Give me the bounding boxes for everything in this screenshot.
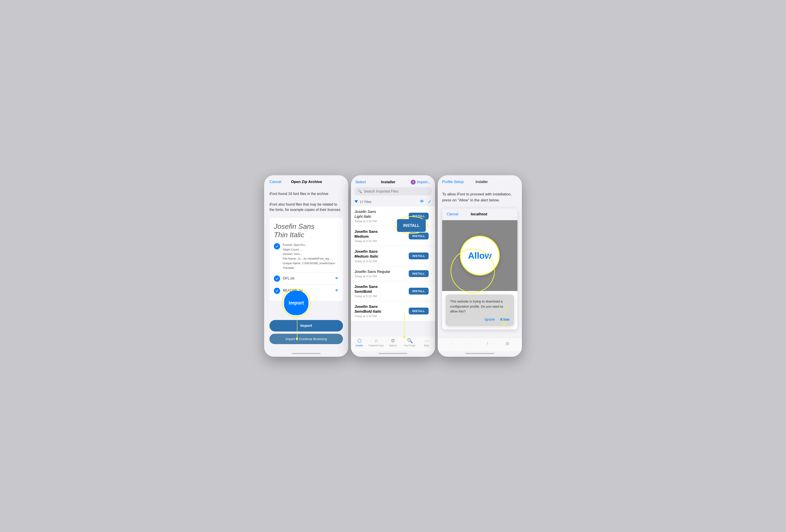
connector-line1 <box>297 317 297 339</box>
forward-button[interactable]: › <box>468 341 470 346</box>
back-button[interactable]: ‹ <box>450 341 452 346</box>
tab-options-label: Options <box>389 344 397 347</box>
chevron-icon-3: › <box>431 271 432 275</box>
import-button[interactable]: Import <box>270 320 343 332</box>
browser-nav: ‹ › ↑ ◎ <box>438 338 522 351</box>
screen2-title: Installer <box>381 180 395 184</box>
screen3-description: To allow iFont to proceed with installat… <box>442 191 517 203</box>
dialog-header: Cancel localhost <box>442 209 517 220</box>
chevron-icon-0: › <box>431 214 432 218</box>
file-item-ofl: OFL.txt 👁 <box>274 272 339 284</box>
files-info-row: 17 Files 👁 ✓ <box>351 197 435 206</box>
font-date-1: Today at 5:32 PM <box>354 239 409 243</box>
font-name-semibold-italic: Josefin SansSemiBold Italic <box>354 304 409 314</box>
collapse-icon[interactable] <box>354 200 358 203</box>
description2: iFont also found files that may be relat… <box>270 202 343 213</box>
cancel-button[interactable]: Cancel <box>270 180 281 184</box>
font-row-medium-italic[interactable]: Josefin SansMedium Italic Today at 5:32 … <box>351 246 435 266</box>
dialog-domain: localhost <box>471 212 487 216</box>
install-button-1[interactable]: INSTALL <box>409 233 429 239</box>
file-name-ofl: OFL.txt <box>283 276 294 281</box>
check-icon-readme <box>274 288 280 294</box>
install-button-4[interactable]: INSTALL <box>409 288 429 294</box>
screen1-footer: Import Import & Continue Browsing <box>264 317 348 351</box>
search-input[interactable] <box>364 189 429 193</box>
import-continue-button[interactable]: Import & Continue Browsing <box>270 334 343 344</box>
allow-button[interactable]: Allow <box>500 318 509 321</box>
screen1-zip-archive: Cancel Open Zip Archive iFont found 16 f… <box>264 175 348 357</box>
chevron-icon-4: › <box>431 289 432 293</box>
screen3-profile-setup: Profile Setup Installer To allow iFont t… <box>438 175 522 357</box>
font-meta-text: Format: OpenTru... Glyph Count: ... Vers… <box>283 243 339 270</box>
chevron-icon-5: › <box>431 309 432 313</box>
dialog-content: Allow <box>442 220 517 291</box>
home-indicator-2 <box>378 353 408 354</box>
screen1-body: iFont found 16 font files in the archive… <box>264 188 348 317</box>
screen3-title: Installer <box>476 180 488 184</box>
font-name-regular: Josefin Sans Regular <box>354 269 409 274</box>
check-icon-ofl <box>274 275 280 282</box>
tab-featured-fonts[interactable]: ☆ Featured Fonts <box>368 338 385 347</box>
checkmark-icon-header[interactable]: ✓ <box>428 199 432 204</box>
options-icon: ⚙ <box>391 338 395 344</box>
eye-icon-header[interactable]: 👁 <box>420 199 424 204</box>
share-button[interactable]: ↑ <box>487 341 489 346</box>
screen2-installer: Select Installer ? Import... 🔍 17 Files … <box>351 175 435 357</box>
screen1-title: Open Zip Archive <box>291 180 322 184</box>
font-meta-row: Format: OpenTru... Glyph Count: ... Vers… <box>274 243 339 270</box>
font-name-light-italic: Josefin SansLight Italic <box>354 209 409 219</box>
eye-icon-ofl[interactable]: 👁 <box>335 276 339 281</box>
allow-text: Allow <box>468 251 492 261</box>
select-button[interactable]: Select <box>355 180 366 184</box>
tab-more-label: More <box>424 344 429 347</box>
font-row-regular[interactable]: Josefin Sans Regular Today at 5:32 PM IN… <box>351 266 435 281</box>
font-row-semibold[interactable]: Josefin SansSemiBold Today at 5:32 PM IN… <box>351 281 435 301</box>
home-indicator <box>292 353 321 354</box>
screen1-header: Cancel Open Zip Archive <box>264 175 348 188</box>
home-indicator-3 <box>465 353 494 354</box>
install-button-3[interactable]: INSTALL <box>409 270 429 277</box>
font-list: Josefin SansLight Italic Today at 5:32 P… <box>351 206 435 336</box>
screen3-body: To allow iFont to proceed with installat… <box>438 187 522 338</box>
tab-font-finder[interactable]: 🔍 Font Finder <box>401 338 418 347</box>
search-icon: 🔍 <box>357 189 362 193</box>
check-icon <box>274 243 280 249</box>
font-name-semibold: Josefin SansSemiBold <box>354 284 409 294</box>
font-date-2: Today at 5:32 PM <box>354 260 409 263</box>
install-button-2[interactable]: INSTALL <box>409 252 429 259</box>
more-icon: ··· <box>425 338 429 344</box>
dot3 <box>504 323 506 325</box>
tab-featured-label: Featured Fonts <box>369 344 384 347</box>
featured-fonts-icon: ☆ <box>374 338 378 344</box>
font-name-medium-italic: Josefin SansMedium Italic <box>354 249 409 259</box>
bookmark-button[interactable]: ◎ <box>506 341 509 346</box>
tab-options[interactable]: ⚙ Options <box>385 338 401 347</box>
alert-message: This website is trying to download a con… <box>450 299 509 314</box>
file-item-readme: README.txt 👁 <box>274 284 339 296</box>
font-row-light-italic[interactable]: Josefin SansLight Italic Today at 5:32 P… <box>351 206 435 226</box>
tab-installer-label: Installer <box>355 344 363 347</box>
connector-line2 <box>404 313 404 337</box>
screen3-header: Profile Setup Installer <box>438 175 522 187</box>
ignore-button[interactable]: Ignore <box>485 318 494 321</box>
description1: iFont found 16 font files in the archive <box>270 191 343 196</box>
font-preview-name: Josefin Sans Thin Italic <box>274 222 339 239</box>
profile-setup-button[interactable]: Profile Setup <box>442 180 464 184</box>
font-preview-box: Josefin Sans Thin Italic Format: OpenTru… <box>270 218 343 301</box>
install-button-0[interactable]: INSTALL <box>409 213 429 220</box>
font-date-0: Today at 5:32 PM <box>354 220 409 223</box>
tab-more[interactable]: ··· More <box>418 338 435 347</box>
alert-actions: Ignore Allow <box>450 318 509 321</box>
dialog-cancel-button[interactable]: Cancel <box>446 212 458 216</box>
font-row-semibold-italic[interactable]: Josefin SansSemiBold Italic Today at 5:3… <box>351 301 435 321</box>
font-date-4: Today at 5:32 PM <box>354 294 409 298</box>
tab-font-finder-label: Font Finder <box>404 344 415 347</box>
installer-icon: ⬡ <box>357 338 362 344</box>
file-name-readme: README.txt <box>283 289 303 293</box>
eye-icon-readme[interactable]: 👁 <box>335 289 339 293</box>
tab-installer[interactable]: ⬡ Installer <box>351 338 368 347</box>
font-row-medium[interactable]: Josefin SansMedium Today at 5:32 PM INST… <box>351 226 435 246</box>
install-button-5[interactable]: INSTALL <box>409 308 429 314</box>
chevron-icon-1: › <box>431 234 432 238</box>
import-header-button[interactable]: ? Import... <box>411 180 431 185</box>
